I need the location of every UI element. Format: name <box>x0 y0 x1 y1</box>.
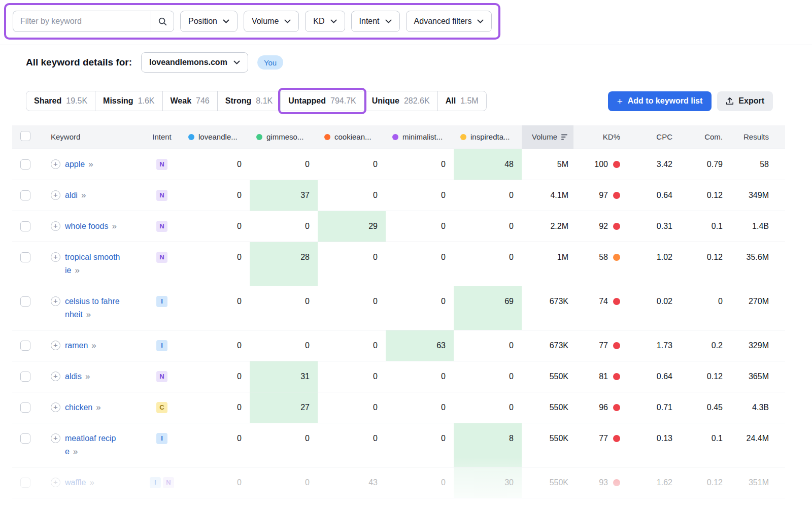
keyword-link[interactable]: ramen <box>65 341 88 350</box>
competitor-dot-icon <box>256 134 262 140</box>
row-checkbox[interactable] <box>20 341 30 351</box>
row-checkbox[interactable] <box>20 221 30 231</box>
results-value: 58 <box>731 149 785 180</box>
open-serp-icon[interactable]: » <box>90 478 94 487</box>
volume-value: 673K <box>522 286 573 330</box>
col-header-kd[interactable]: KD% <box>573 125 629 149</box>
tab-shared[interactable]: Shared 19.5K <box>26 91 95 111</box>
chevron-down-icon <box>385 19 392 23</box>
row-checkbox[interactable] <box>20 159 30 170</box>
open-serp-icon[interactable]: » <box>96 402 100 412</box>
col-header-com[interactable]: Com. <box>680 125 731 149</box>
col-header-competitor-3[interactable]: cookiean... <box>318 125 386 149</box>
competitor-value: 0 <box>454 361 522 392</box>
domain-selector[interactable]: loveandlemons.com <box>141 52 248 73</box>
filter-dropdown-advanced-filters[interactable]: Advanced filters <box>406 11 492 32</box>
filter-dropdown-intent[interactable]: Intent <box>351 11 400 32</box>
col-header-competitor-2[interactable]: gimmeso... <box>250 125 318 149</box>
competitor-value: 0 <box>318 180 386 211</box>
col-header-competitor-4[interactable]: minimalist... <box>386 125 454 149</box>
open-serp-icon[interactable]: » <box>73 447 78 456</box>
row-checkbox[interactable] <box>20 478 30 488</box>
kd-value: 96 <box>599 401 608 414</box>
col-header-competitor-5[interactable]: inspiredta... <box>454 125 522 149</box>
kd-value: 100 <box>594 158 608 171</box>
col-header-competitor-1[interactable]: loveandle... <box>182 125 250 149</box>
row-checkbox[interactable] <box>20 296 30 307</box>
cpc-value: 1.73 <box>629 330 680 361</box>
open-serp-icon[interactable]: » <box>112 221 116 231</box>
kd-value: 58 <box>599 251 608 264</box>
col-header-cpc[interactable]: CPC <box>629 125 680 149</box>
results-value: 365M <box>731 361 785 392</box>
add-keyword-plus-icon[interactable]: + <box>51 341 60 350</box>
keyword-link[interactable]: waffle <box>65 478 86 487</box>
open-serp-icon[interactable]: » <box>81 190 86 200</box>
intent-badge-I: I <box>156 296 167 307</box>
search-icon <box>158 17 167 26</box>
add-keyword-plus-icon[interactable]: + <box>51 296 60 306</box>
select-all-checkbox[interactable] <box>20 131 30 141</box>
competitor-value: 0 <box>454 242 522 286</box>
filter-dropdown-position[interactable]: Position <box>180 11 238 32</box>
competitor-value: 0 <box>386 211 454 242</box>
keyword-link[interactable]: aldi <box>65 191 78 199</box>
tab-strong[interactable]: Strong 8.1K <box>217 91 281 111</box>
row-checkbox[interactable] <box>20 433 30 444</box>
sort-descending-icon[interactable] <box>561 134 568 140</box>
keyword-link[interactable]: apple <box>65 160 85 169</box>
add-keyword-plus-icon[interactable]: + <box>51 372 60 381</box>
col-header-intent[interactable]: Intent <box>142 125 182 149</box>
export-button[interactable]: Export <box>717 91 773 111</box>
add-keyword-plus-icon[interactable]: + <box>51 221 60 231</box>
kd-value: 92 <box>599 220 608 233</box>
open-serp-icon[interactable]: » <box>88 159 93 169</box>
open-serp-icon[interactable]: » <box>85 372 90 381</box>
keyword-link[interactable]: chicken <box>65 403 92 412</box>
tab-unique[interactable]: Unique 282.6K <box>364 91 438 111</box>
keyword-link[interactable]: celsius to fahrenheit <box>65 297 120 319</box>
keyword-row-tropical-smoothie: +tropical smoothie»N0280001M581.020.1235… <box>12 242 785 286</box>
row-checkbox[interactable] <box>20 252 30 262</box>
tab-missing[interactable]: Missing 1.6K <box>95 91 162 111</box>
add-keyword-plus-icon[interactable]: + <box>51 402 60 412</box>
chevron-down-icon <box>477 19 484 23</box>
keyword-table: KeywordIntentloveandle...gimmeso...cooki… <box>12 125 785 498</box>
row-checkbox[interactable] <box>20 190 30 200</box>
competitor-value: 0 <box>318 330 386 361</box>
keyword-link[interactable]: tropical smoothie <box>65 253 120 275</box>
keyword-filter-input[interactable] <box>13 11 151 32</box>
add-keyword-plus-icon[interactable]: + <box>51 159 60 169</box>
col-header-results[interactable]: Results <box>731 125 785 149</box>
tab-untapped[interactable]: Untapped 794.7K <box>280 91 364 111</box>
volume-value: 1M <box>522 242 573 286</box>
open-serp-icon[interactable]: » <box>75 265 79 275</box>
add-keyword-plus-icon[interactable]: + <box>51 252 60 262</box>
intent-badge-N: N <box>156 221 167 232</box>
add-to-keyword-list-button[interactable]: + Add to keyword list <box>608 91 712 111</box>
filter-dropdown-kd[interactable]: KD <box>305 11 345 32</box>
row-checkbox[interactable] <box>20 402 30 413</box>
tab-label: Shared <box>34 96 61 106</box>
dropdown-label: Position <box>188 17 217 26</box>
open-serp-icon[interactable]: » <box>91 341 96 350</box>
filter-dropdown-volume[interactable]: Volume <box>244 11 299 32</box>
col-header-volume[interactable]: Volume <box>522 125 573 149</box>
add-keyword-plus-icon[interactable]: + <box>51 190 60 200</box>
keyword-row-ramen: +ramen»I000630673K771.730.2329M <box>12 330 785 361</box>
search-button[interactable] <box>151 11 174 32</box>
row-checkbox[interactable] <box>20 372 30 382</box>
competitor-dot-icon <box>392 134 398 140</box>
keyword-link[interactable]: whole foods <box>65 222 108 230</box>
col-header-keyword[interactable]: Keyword <box>41 125 142 149</box>
competitor-value: 63 <box>386 330 454 361</box>
tab-label: Weak <box>171 96 192 106</box>
keyword-row-meatloaf-recipe: +meatloaf recipe»I00008550K770.130.124.4… <box>12 423 785 467</box>
tab-weak[interactable]: Weak 746 <box>162 91 218 111</box>
keyword-link[interactable]: aldis <box>65 372 82 381</box>
tab-all[interactable]: All 1.5M <box>437 91 487 111</box>
add-keyword-plus-icon[interactable]: + <box>51 433 60 443</box>
add-keyword-plus-icon[interactable]: + <box>51 478 60 487</box>
open-serp-icon[interactable]: » <box>86 310 91 319</box>
intent-badge-N: N <box>156 371 167 382</box>
